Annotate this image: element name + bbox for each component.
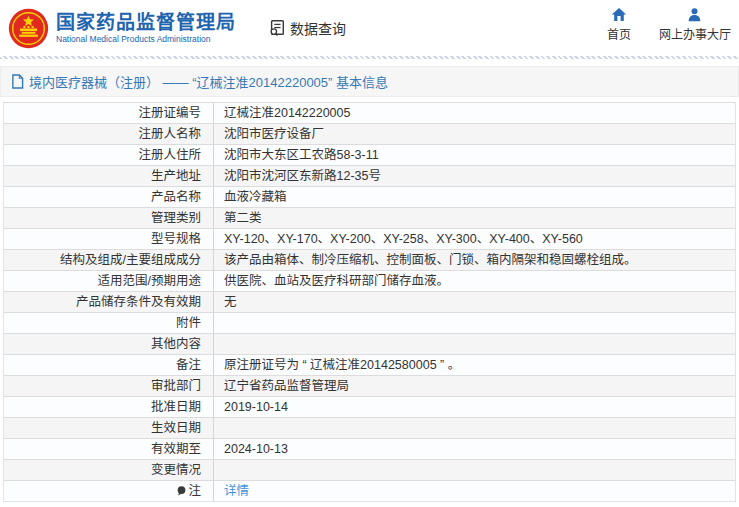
data-query-label: 数据查询 <box>290 18 346 38</box>
registration-info-table: 注册证编号 辽械注准20142220005 注册人名称 沈阳市医疗设备厂 注册人… <box>3 102 736 502</box>
row-value: 辽械注准20142220005 <box>214 103 735 123</box>
table-row: 结构及组成/主要组成成分 该产品由箱体、制冷压缩机、控制面板、门锁、箱内隔架和稳… <box>4 249 735 270</box>
site-header: 国家药品监督管理局 National Medical Products Admi… <box>0 0 739 56</box>
row-label: 管理类别 <box>4 208 214 228</box>
row-label: 其他内容 <box>4 334 214 354</box>
detail-link[interactable]: 详情 <box>224 484 249 498</box>
table-row: 注册证编号 辽械注准20142220005 <box>4 102 735 123</box>
table-row: 备注 原注册证号为 “ 辽械注准20142580005 ” 。 <box>4 354 735 375</box>
row-value <box>214 418 735 438</box>
row-label: 产品储存条件及有效期 <box>4 292 214 312</box>
row-value: 无 <box>214 292 735 312</box>
row-label: 生产地址 <box>4 166 214 186</box>
row-value <box>214 460 735 480</box>
table-row: 注册人住所 沈阳市大东区工农路58-3-11 <box>4 144 735 165</box>
row-value: 该产品由箱体、制冷压缩机、控制面板、门锁、箱内隔架和稳固螺栓组成。 <box>214 250 735 270</box>
org-names: 国家药品监督管理局 National Medical Products Admi… <box>56 12 236 45</box>
row-label: 附件 <box>4 313 214 333</box>
table-row: 生产地址 沈阳市沈河区东新路12-35号 <box>4 165 735 186</box>
home-icon <box>611 7 627 22</box>
row-value: 第二类 <box>214 208 735 228</box>
page-title: 境内医疗器械（注册） —— “辽械注准20142220005” 基本信息 <box>29 72 388 91</box>
table-row: 管理类别 第二类 <box>4 207 735 228</box>
table-row: 适用范围/预期用途 供医院、血站及医疗科研部门储存血液。 <box>4 270 735 291</box>
header-nav: 首页 网上办事大厅 <box>607 7 731 42</box>
row-value: 原注册证号为 “ 辽械注准20142580005 ” 。 <box>214 355 735 375</box>
row-label: 注册人名称 <box>4 124 214 144</box>
row-label: 型号规格 <box>4 229 214 249</box>
document-icon <box>11 74 24 89</box>
row-label: 产品名称 <box>4 187 214 207</box>
header-separator <box>0 56 739 59</box>
org-name-zh: 国家药品监督管理局 <box>56 12 236 34</box>
row-label: 审批部门 <box>4 376 214 396</box>
national-emblem-icon <box>8 8 49 49</box>
note-label: 注 <box>188 484 201 498</box>
comment-icon <box>177 486 186 496</box>
doc-search-icon <box>268 19 286 37</box>
row-label: 注册证编号 <box>4 103 214 123</box>
person-icon <box>687 7 702 22</box>
row-label: 适用范围/预期用途 <box>4 271 214 291</box>
row-value <box>214 334 735 354</box>
row-value: 供医院、血站及医疗科研部门储存血液。 <box>214 271 735 291</box>
row-value: 2024-10-13 <box>214 439 735 459</box>
row-label: 注 <box>4 481 214 501</box>
row-value <box>214 313 735 333</box>
table-row: 有效期至 2024-10-13 <box>4 438 735 459</box>
nav-home-label: 首页 <box>607 25 631 42</box>
table-row-note: 注 详情 <box>4 480 735 501</box>
row-label: 有效期至 <box>4 439 214 459</box>
table-row: 其他内容 <box>4 333 735 354</box>
row-label: 批准日期 <box>4 397 214 417</box>
row-value: 2019-10-14 <box>214 397 735 417</box>
row-value: 详情 <box>214 481 735 501</box>
table-row: 产品储存条件及有效期 无 <box>4 291 735 312</box>
row-value: 沈阳市沈河区东新路12-35号 <box>214 166 735 186</box>
org-name-en: National Medical Products Administration <box>56 34 236 45</box>
page-title-bar: 境内医疗器械（注册） —— “辽械注准20142220005” 基本信息 <box>0 66 739 97</box>
table-row: 附件 <box>4 312 735 333</box>
table-row: 型号规格 XY-120、XY-170、XY-200、XY-258、XY-300、… <box>4 228 735 249</box>
row-value: 沈阳市医疗设备厂 <box>214 124 735 144</box>
data-query-nav[interactable]: 数据查询 <box>268 18 346 38</box>
table-row: 注册人名称 沈阳市医疗设备厂 <box>4 123 735 144</box>
row-value: 沈阳市大东区工农路58-3-11 <box>214 145 735 165</box>
row-label: 生效日期 <box>4 418 214 438</box>
table-row: 产品名称 血液冷藏箱 <box>4 186 735 207</box>
row-label: 结构及组成/主要组成成分 <box>4 250 214 270</box>
table-row: 批准日期 2019-10-14 <box>4 396 735 417</box>
nav-service-hall[interactable]: 网上办事大厅 <box>659 7 731 42</box>
row-label: 变更情况 <box>4 460 214 480</box>
row-value: 辽宁省药品监督管理局 <box>214 376 735 396</box>
row-value: 血液冷藏箱 <box>214 187 735 207</box>
row-value: XY-120、XY-170、XY-200、XY-258、XY-300、XY-40… <box>214 229 735 249</box>
row-label: 注册人住所 <box>4 145 214 165</box>
table-row: 变更情况 <box>4 459 735 480</box>
nav-service-hall-label: 网上办事大厅 <box>659 25 731 42</box>
table-row: 生效日期 <box>4 417 735 438</box>
nmpa-logo[interactable]: 国家药品监督管理局 National Medical Products Admi… <box>8 8 236 49</box>
nav-home[interactable]: 首页 <box>607 7 631 42</box>
table-row: 审批部门 辽宁省药品监督管理局 <box>4 375 735 396</box>
row-label: 备注 <box>4 355 214 375</box>
